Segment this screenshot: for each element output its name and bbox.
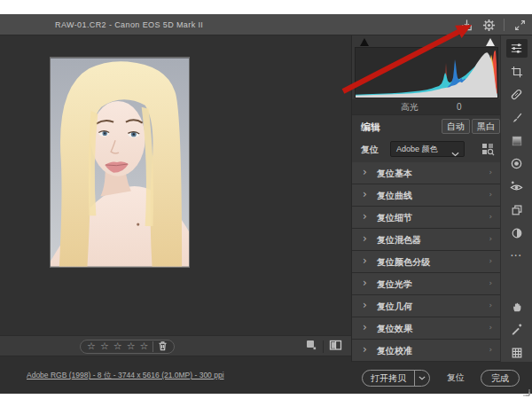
filmstrip-grid-icon[interactable] <box>506 343 528 362</box>
section-row-detail[interactable]: › 复位细节 › <box>352 207 501 228</box>
titlebar-actions <box>459 14 527 35</box>
section-row-calibration[interactable]: › 复位校准 › <box>352 340 501 361</box>
rating-bar: ☆ ☆ ☆ ☆ ☆ <box>0 335 351 356</box>
section-row-color-mixer[interactable]: › 复位混色器 › <box>352 229 501 250</box>
edit-panel: 高光 0 编辑 自动 黑白 复位 Adobe 颜色 <box>351 35 500 362</box>
profile-row: 复位 Adobe 颜色 <box>352 137 501 161</box>
section-label: 复位光学 <box>377 278 412 291</box>
shadow-clipping-icon[interactable] <box>360 38 369 46</box>
open-options-chevron-icon[interactable] <box>415 376 429 380</box>
fullscreen-icon[interactable] <box>512 18 527 32</box>
workflow-options-link[interactable]: Adobe RGB (1998) - 8 位 - 3744 x 5616 (21… <box>27 371 224 381</box>
chevron-right-icon: › <box>363 299 367 311</box>
highlights-value: 0 <box>457 99 462 114</box>
camera-raw-window: RAW-01.CR2 - Canon EOS 5D Mark II <box>0 14 532 394</box>
section-label: 复位几何 <box>377 301 412 313</box>
chevron-right-icon: › <box>363 343 367 356</box>
star-rating-widget: ☆ ☆ ☆ ☆ ☆ <box>80 340 175 354</box>
histogram-readout-row: 高光 0 <box>352 99 501 114</box>
export-icon[interactable] <box>459 18 473 32</box>
workflow-bar: Adobe RGB (1998) - 8 位 - 3744 x 5616 (21… <box>0 356 351 394</box>
panel-sections: › 复位基本 › › 复位曲线 › › 复位细节 › › 复位混色器 › <box>352 162 501 362</box>
sampler-tool-icon[interactable] <box>506 320 528 339</box>
edit-header-row: 编辑 自动 黑白 <box>352 114 501 137</box>
highlights-label: 高光 <box>401 99 419 114</box>
chevron-right-icon: › <box>363 210 367 223</box>
open-copy-button[interactable]: 打开拷贝 <box>362 370 430 387</box>
tool-column: ··· <box>500 35 532 362</box>
more-tools-icon[interactable]: ··· <box>506 246 528 265</box>
section-label: 复位基本 <box>377 168 412 180</box>
brush-tool-icon[interactable] <box>506 108 528 127</box>
before-after-view-icon[interactable] <box>329 339 342 355</box>
view-mode-toggles <box>305 340 342 354</box>
star-icon[interactable]: ☆ <box>140 340 149 353</box>
section-row-color-grading[interactable]: › 复位颜色分级 › <box>352 251 501 272</box>
hand-tool-icon[interactable] <box>506 297 528 316</box>
section-row-effects[interactable]: › 复位效果 › <box>352 317 501 339</box>
beauty-mark <box>137 223 139 226</box>
chevron-right-icon: › <box>363 321 367 333</box>
star-icon[interactable]: ☆ <box>127 340 136 353</box>
chevron-right-small-icon: › <box>489 301 492 309</box>
trash-icon[interactable] <box>158 339 168 355</box>
profile-dropdown-value: Adobe 颜色 <box>396 145 438 153</box>
done-button[interactable]: 完成 <box>481 370 520 387</box>
section-row-basic[interactable]: › 复位基本 › <box>352 162 501 184</box>
chevron-right-small-icon: › <box>489 212 492 221</box>
presets-icon[interactable] <box>506 223 528 242</box>
photo-preview <box>50 57 190 268</box>
black-white-button[interactable]: 黑白 <box>472 119 500 134</box>
chevron-right-small-icon: › <box>489 168 492 176</box>
snapshots-icon[interactable] <box>506 200 528 219</box>
star-icon[interactable]: ☆ <box>87 340 96 353</box>
section-label: 复位效果 <box>377 323 412 335</box>
clipping-indicators <box>352 38 501 47</box>
chevron-right-small-icon: › <box>489 190 492 199</box>
chevron-down-icon <box>451 147 459 161</box>
rating-divider <box>153 341 153 352</box>
view-divider <box>323 340 324 353</box>
gradient-mask-icon[interactable] <box>506 131 528 150</box>
chevron-right-small-icon: › <box>489 323 492 332</box>
chevron-right-small-icon: › <box>489 234 492 243</box>
histogram[interactable] <box>355 47 498 98</box>
auto-button[interactable]: 自动 <box>442 119 470 134</box>
section-label: 复位细节 <box>377 212 412 224</box>
section-label: 复位混色器 <box>377 234 421 246</box>
section-label: 复位颜色分级 <box>377 256 430 269</box>
crop-tool-icon[interactable] <box>506 62 528 81</box>
heal-tool-icon[interactable] <box>506 85 528 104</box>
profile-dropdown[interactable]: Adobe 颜色 <box>390 141 465 157</box>
settings-gear-icon[interactable] <box>481 18 496 32</box>
window-title: RAW-01.CR2 - Canon EOS 5D Mark II <box>55 14 203 35</box>
section-row-optics[interactable]: › 复位光学 › <box>352 273 501 294</box>
open-copy-label: 打开拷贝 <box>363 371 414 386</box>
edit-tool-icon[interactable] <box>506 39 528 58</box>
chevron-right-small-icon: › <box>489 278 492 287</box>
resize-grip-icon[interactable] <box>522 384 530 392</box>
red-eye-tool-icon[interactable] <box>506 177 528 196</box>
chevron-right-small-icon: › <box>489 256 492 265</box>
star-icon[interactable]: ☆ <box>113 340 122 353</box>
section-row-curve[interactable]: › 复位曲线 › <box>352 184 501 206</box>
star-icon[interactable]: ☆ <box>100 340 109 353</box>
image-canvas[interactable] <box>0 35 351 335</box>
chevron-right-icon: › <box>363 277 367 289</box>
profile-label: 复位 <box>361 144 379 156</box>
single-view-icon[interactable] <box>305 339 317 355</box>
toolbar-divider <box>504 19 505 31</box>
title-bar: RAW-01.CR2 - Canon EOS 5D Mark II <box>0 14 532 35</box>
section-label: 复位曲线 <box>377 190 412 202</box>
section-label: 复位校准 <box>377 345 412 357</box>
section-row-geometry[interactable]: › 复位几何 › <box>352 295 501 317</box>
profile-browser-icon[interactable] <box>481 142 495 156</box>
chevron-right-icon: › <box>363 232 367 245</box>
highlight-clipping-icon[interactable] <box>486 38 495 46</box>
screenshot-page: RAW-01.CR2 - Canon EOS 5D Mark II <box>0 0 532 399</box>
reset-button[interactable]: 复位 <box>447 372 465 384</box>
action-bar: 打开拷贝 复位 完成 <box>351 362 532 394</box>
edit-title: 编辑 <box>361 121 380 134</box>
radial-mask-icon[interactable] <box>506 154 528 173</box>
chevron-right-icon: › <box>363 254 367 267</box>
